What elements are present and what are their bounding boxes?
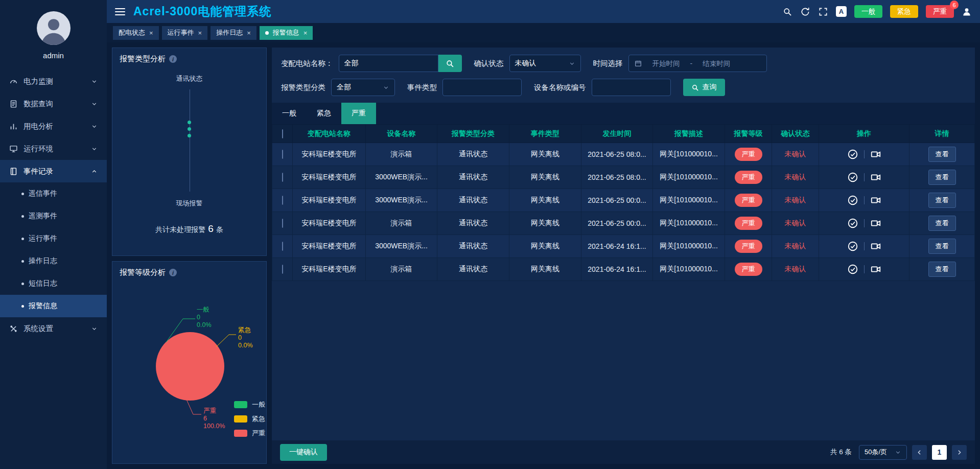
divider [864,173,865,181]
sidebar-subitem-runtime-event[interactable]: 运行事件 [0,227,107,250]
view-button[interactable]: 查看 [928,262,956,277]
cell-time: 2021-06-24 16:1... [581,258,653,281]
filter-area: 变配电站名称： 确认状态 未确认 时间选择 [272,48,975,103]
user-icon[interactable] [962,7,972,17]
alarm-level-analysis-card: 报警等级分析 i 一般 0 0.0% [112,261,267,464]
next-page-button[interactable] [952,445,967,460]
sidebar-subitem-telesignal-event[interactable]: 遥信事件 [0,182,107,205]
legend-item-general[interactable]: 一般 [234,400,265,409]
row-checkbox[interactable] [282,173,283,182]
select-all-checkbox[interactable] [282,129,283,138]
tab-runtime-event[interactable]: 运行事件 × [162,26,208,40]
info-icon[interactable]: i [169,269,177,276]
chart-point [188,127,191,131]
date-range-picker[interactable]: - [628,55,767,72]
close-icon[interactable]: × [198,29,202,37]
menu-toggle-icon[interactable] [115,8,125,15]
row-checkbox[interactable] [282,265,283,274]
view-button[interactable]: 查看 [928,170,956,185]
col-level: 报警等级 [725,125,772,143]
confirm-icon[interactable] [847,218,858,229]
row-checkbox[interactable] [282,150,283,159]
language-icon[interactable]: A [836,6,847,17]
tab-alarm-info[interactable]: 报警信息 × [260,26,313,40]
video-icon[interactable] [870,264,881,275]
confirm-all-button[interactable]: 一键确认 [280,444,327,461]
station-input[interactable] [339,55,438,72]
confirm-status-label: 确认状态 [474,59,504,68]
level-tab-general[interactable]: 一般 [272,103,307,124]
status-text: 未确认 [785,173,806,181]
view-button[interactable]: 查看 [928,147,956,162]
tab-distribution-status[interactable]: 配电状态 × [113,26,159,40]
fullscreen-icon[interactable] [818,7,828,17]
pie-slice-severe[interactable] [156,332,224,401]
prev-page-button[interactable] [912,445,927,460]
general-alarm-button[interactable]: 一般 [854,5,882,18]
confirm-icon[interactable] [847,172,858,183]
cell-alarm-type: 通讯状态 [437,166,509,189]
urgent-alarm-button[interactable]: 紧急 [890,5,918,18]
cell-alarm-type: 通讯状态 [437,258,509,281]
level-tab-severe[interactable]: 严重 [341,103,376,124]
close-icon[interactable]: × [149,29,153,37]
video-icon[interactable] [870,149,881,160]
row-checkbox[interactable] [282,219,283,228]
page-size-value: 50条/页 [865,448,887,457]
video-icon[interactable] [870,172,881,183]
device-name-input[interactable] [592,79,671,96]
general-alarm-label: 一般 [861,7,875,16]
video-icon[interactable] [870,195,881,206]
active-tab-dot [265,31,269,35]
cell-event-type: 网关离线 [509,258,581,281]
sidebar-item-event-record[interactable]: 事件记录 [0,160,107,182]
sidebar-subitem-operation-log[interactable]: 操作日志 [0,250,107,272]
video-icon[interactable] [870,218,881,229]
legend-item-urgent[interactable]: 紧急 [234,414,265,424]
row-checkbox[interactable] [282,242,283,251]
severe-alarm-button[interactable]: 严重 6 [926,5,954,18]
end-time-input[interactable] [695,60,737,67]
alarm-type-analysis-card: 报警类型分析 i 通讯状态 现场报警 共计未处理报警6条 [112,48,267,256]
station-search-button[interactable] [438,55,462,72]
confirm-icon[interactable] [847,149,858,160]
level-tab-urgent[interactable]: 紧急 [307,103,341,124]
close-icon[interactable]: × [247,29,251,37]
level-badge: 严重 [735,194,762,207]
refresh-icon[interactable] [800,7,810,17]
query-button[interactable]: 查询 [683,79,725,96]
confirm-icon[interactable] [847,195,858,206]
row-checkbox[interactable] [282,196,283,205]
sidebar-item-runtime-environment[interactable]: 运行环境 [0,137,107,160]
event-type-input[interactable] [442,79,522,96]
start-time-input[interactable] [645,60,687,67]
sidebar-subitem-alarm-info[interactable]: 报警信息 [0,295,107,317]
page-size-select[interactable]: 50条/页 [859,445,907,460]
view-button[interactable]: 查看 [928,193,956,208]
alarm-type-select[interactable]: 全部 [331,79,395,96]
confirm-icon[interactable] [847,264,858,275]
view-button[interactable]: 查看 [928,239,956,254]
cell-description: 网关[101000010... [653,235,725,258]
view-button[interactable]: 查看 [928,216,956,231]
time-select-label: 时间选择 [593,59,623,68]
avatar[interactable] [37,11,71,45]
legend-item-severe[interactable]: 严重 [234,429,265,438]
search-icon[interactable] [782,7,792,17]
page-number-1[interactable]: 1 [932,445,947,460]
sidebar-subitem-telemetry-event[interactable]: 遥测事件 [0,205,107,227]
close-icon[interactable]: × [304,29,308,37]
sidebar-item-system-settings[interactable]: 系统设置 [0,317,107,340]
info-icon[interactable]: i [169,55,177,63]
sidebar-subitem-sms-log[interactable]: 短信日志 [0,272,107,295]
video-icon[interactable] [870,241,881,252]
status-text: 未确认 [785,265,806,273]
tab-operation-log[interactable]: 操作日志 × [211,26,256,40]
cell-device: 演示箱 [366,212,437,235]
sidebar-item-data-query[interactable]: 数据查询 [0,92,107,115]
cell-time: 2021-06-24 16:1... [581,235,653,258]
sidebar-item-power-monitoring[interactable]: 电力监测 [0,70,107,92]
confirm-icon[interactable] [847,241,858,252]
sidebar-item-power-analysis[interactable]: 用电分析 [0,115,107,137]
confirm-status-select[interactable]: 未确认 [509,55,581,72]
